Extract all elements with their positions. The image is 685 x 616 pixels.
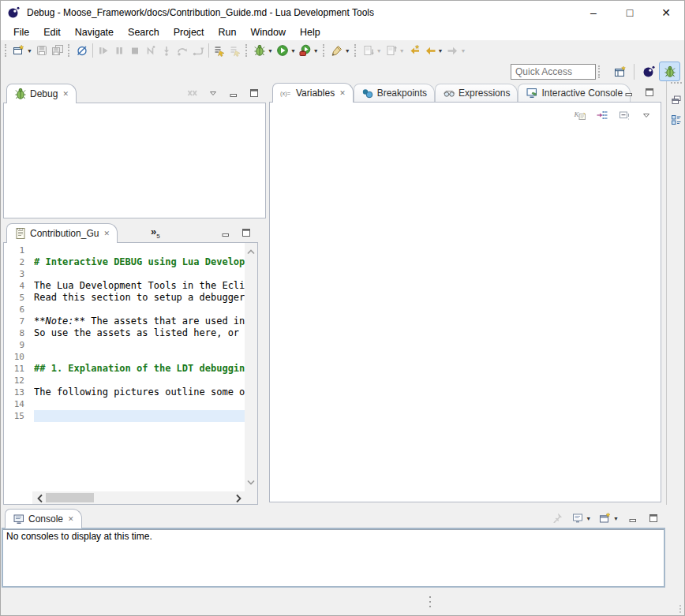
view-menu-button[interactable] [638, 106, 654, 124]
code-line[interactable]: 1 [4, 245, 245, 256]
toolbar-grip[interactable] [5, 44, 9, 57]
toolbar-grip[interactable] [354, 44, 358, 57]
lua-perspective-button[interactable] [638, 62, 659, 81]
previous-annotation-button[interactable]: ▼ [384, 42, 406, 59]
dropdown-arrow-icon[interactable]: ▼ [268, 48, 273, 54]
tab-variables[interactable]: (x)=Variables✕ [272, 83, 354, 103]
code-line[interactable]: 3 [4, 268, 245, 280]
code-line[interactable]: 7**Note:** The assets that are used in [4, 315, 245, 327]
remove-all-terminated-button[interactable] [185, 84, 200, 102]
use-step-filters-button[interactable] [211, 42, 227, 59]
tab-expressions[interactable]: Expressions [435, 84, 518, 102]
hidden-editors-chevron[interactable]: »5 [151, 226, 160, 240]
minimize-button[interactable] [621, 84, 637, 101]
dropdown-arrow-icon[interactable]: ▼ [313, 48, 319, 54]
show-type-names-button[interactable]: K [572, 106, 588, 124]
toolbar-grip[interactable] [598, 65, 602, 78]
tab-debug[interactable]: Debug✕ [6, 84, 77, 103]
trim-drag-handle[interactable] [671, 82, 682, 86]
open-console-button[interactable]: ▼ [597, 510, 620, 527]
scroll-left-icon[interactable] [34, 492, 45, 503]
tab-contribution-gu[interactable]: Contribution_Gu✕ [6, 223, 118, 243]
scroll-down-icon[interactable] [245, 476, 257, 489]
scrollbar-thumb[interactable] [46, 493, 94, 502]
open-perspective-button[interactable] [609, 62, 631, 81]
code-line[interactable]: 2# Interactive DEBUG using Lua Develop [4, 256, 245, 268]
code-line[interactable]: 4The Lua Development Tools in the Ecli [4, 280, 245, 292]
toolbar-grip[interactable] [68, 44, 72, 57]
code-line[interactable]: 13The following pictures outline some o [4, 386, 245, 398]
disconnect-button[interactable] [143, 42, 159, 59]
dropdown-arrow-icon[interactable]: ▼ [27, 48, 32, 54]
editor-text-area[interactable]: 12# Interactive DEBUG using Lua Develop3… [4, 243, 245, 491]
close-icon[interactable]: ✕ [339, 89, 346, 97]
minimize-button[interactable] [625, 510, 641, 527]
show-logical-structures-button[interactable] [594, 106, 610, 124]
window-resize-grip[interactable] [679, 605, 681, 613]
skip-all-breakpoints-button[interactable] [74, 42, 90, 59]
external-tools-button[interactable]: ▼ [298, 42, 320, 59]
code-line[interactable]: 8So use the assets as listed here, or [4, 327, 245, 339]
code-line[interactable]: 10 [4, 351, 245, 363]
code-line[interactable]: 15 [4, 410, 245, 422]
dropdown-arrow-icon[interactable]: ▼ [613, 516, 619, 521]
console-content[interactable]: No consoles to display at this time. [2, 528, 665, 588]
save-all-button[interactable] [50, 42, 66, 59]
dropdown-arrow-icon[interactable]: ▼ [461, 48, 466, 54]
maximize-button[interactable] [646, 510, 661, 527]
minimize-button[interactable]: – [575, 1, 612, 24]
minimize-button[interactable] [218, 224, 234, 241]
debug-view-content[interactable] [3, 103, 266, 218]
scroll-up-icon[interactable] [245, 245, 257, 258]
close-button[interactable]: ✕ [648, 1, 684, 24]
code-line[interactable]: 9 [4, 339, 245, 351]
code-line[interactable]: 12 [4, 375, 245, 386]
collapse-all-button[interactable] [616, 106, 632, 124]
code-line[interactable]: 11## 1. Explanation of the LDT debuggin [4, 363, 245, 375]
menu-search[interactable]: Search [121, 26, 167, 39]
maximize-button[interactable] [642, 84, 657, 101]
terminate-button[interactable] [127, 42, 143, 59]
editor-horizontal-scrollbar[interactable] [32, 491, 245, 504]
dropdown-arrow-icon[interactable]: ▼ [586, 516, 591, 521]
save-button[interactable] [34, 42, 50, 59]
code-line[interactable]: 5Read this section to setup a debugger [4, 292, 245, 304]
back-button[interactable]: ▼ [422, 42, 445, 59]
mark-occurrences-button[interactable]: ▼ [329, 42, 352, 59]
dropdown-arrow-icon[interactable]: ▼ [438, 48, 444, 54]
menu-window[interactable]: Window [244, 26, 293, 39]
menu-project[interactable]: Project [167, 26, 211, 39]
resume-button[interactable] [95, 42, 111, 59]
status-bar-grip[interactable] [429, 596, 431, 607]
maximize-button[interactable] [238, 224, 254, 241]
forward-button[interactable]: ▼ [445, 42, 468, 59]
toolbar-grip[interactable] [323, 44, 327, 57]
outline-view-button[interactable] [669, 113, 683, 127]
display-selected-console-button[interactable]: ▼ [570, 510, 593, 527]
debug-button[interactable]: ▼ [252, 42, 275, 59]
dropdown-arrow-icon[interactable]: ▼ [345, 48, 350, 54]
last-edit-location-button[interactable] [406, 42, 422, 59]
menu-help[interactable]: Help [293, 26, 328, 39]
menu-run[interactable]: Run [211, 26, 244, 39]
suspend-button[interactable] [111, 42, 127, 59]
maximize-button[interactable] [246, 84, 262, 102]
quick-access-input[interactable] [511, 64, 596, 80]
step-into-selection-button[interactable] [227, 42, 243, 59]
menu-edit[interactable]: Edit [36, 26, 68, 39]
minimize-button[interactable] [226, 84, 241, 102]
tab-breakpoints[interactable]: Breakpoints [354, 84, 435, 102]
editor-vertical-scrollbar[interactable] [245, 243, 257, 491]
tab-console[interactable]: Console✕ [5, 509, 82, 528]
toolbar-grip[interactable] [245, 44, 249, 57]
tab-interactive-console[interactable]: Interactive Console [518, 84, 631, 102]
step-over-button[interactable] [174, 42, 190, 59]
pin-console-button[interactable] [549, 510, 565, 527]
menu-navigate[interactable]: Navigate [68, 26, 121, 39]
close-icon[interactable]: ✕ [103, 230, 110, 237]
variables-view-content[interactable]: K [269, 102, 661, 502]
code-line[interactable]: 14 [4, 398, 245, 410]
dropdown-arrow-icon[interactable]: ▼ [290, 48, 296, 54]
restore-views-button[interactable] [669, 93, 683, 107]
view-menu-button[interactable] [205, 84, 221, 102]
